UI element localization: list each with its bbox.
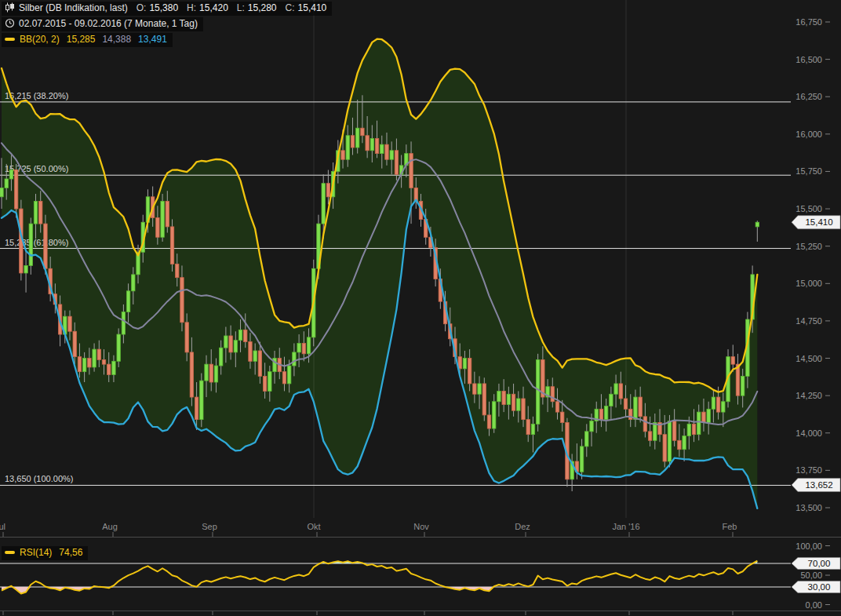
chart-window: 16,215 (38.20%)15,725 (50.00%)15,235 (61… [0, 0, 841, 616]
rsi-axis-label: 100,00 [795, 541, 822, 551]
candle-down [551, 387, 554, 402]
candle-up [24, 265, 27, 273]
candle-up [507, 394, 510, 404]
candle-up [604, 406, 607, 419]
candle-down [468, 359, 471, 384]
candle-up [224, 336, 228, 348]
y-axis-label: 14,000 [795, 428, 822, 438]
candle-down [170, 227, 173, 264]
candle-up [614, 384, 617, 394]
candle-up [122, 312, 125, 334]
candle-down [648, 432, 651, 440]
x-axis-month-label: Dez [515, 522, 530, 531]
y-axis-label: 13,500 [795, 503, 822, 512]
candle-down [663, 435, 666, 461]
candle-down [302, 343, 305, 353]
candle-down [482, 384, 486, 415]
candle-up [0, 188, 3, 196]
bollinger-middle-value: 14,388 [102, 34, 131, 45]
candle-down [375, 139, 378, 154]
date-range-row[interactable]: 02.07.2015 - 09.02.2016 (7 Monate, 1 Tag… [2, 17, 203, 31]
candle-down [39, 202, 42, 224]
rsi-axis-label: 0,00 [806, 600, 822, 610]
candle-up [517, 399, 520, 410]
candle-down [526, 420, 530, 435]
candle-up [687, 424, 690, 436]
y-axis-label: 16,000 [795, 129, 822, 139]
fib-level-label: 13,650 (100.00%) [5, 474, 73, 483]
candle-up [112, 361, 115, 374]
candle-down [351, 136, 354, 148]
x-axis-month-label: Nov [413, 522, 429, 531]
candle-up [214, 366, 217, 382]
candle-down [73, 331, 76, 356]
candle-up [741, 376, 744, 395]
candle-down [522, 399, 525, 420]
bollinger-label: BB(20, 2) [20, 34, 60, 45]
candle-up [205, 364, 208, 381]
candle-down [619, 384, 622, 399]
candle-up [585, 432, 588, 447]
close-value: 15,410 [298, 2, 327, 13]
marked-price-badge-text: 13,652 [805, 480, 832, 490]
rsi-row[interactable]: RSI(14)74,56 [2, 546, 88, 560]
rsi-icon [5, 551, 15, 554]
candle-down [326, 184, 329, 197]
rsi-axis-label: 50,00 [800, 570, 822, 580]
candle-up [536, 359, 539, 424]
candle-up [29, 224, 32, 265]
candle-up [531, 424, 534, 434]
rsi-label: RSI(14) [20, 547, 52, 558]
candle-down [102, 359, 105, 364]
y-axis-label: 15,000 [795, 279, 822, 288]
candle-down [410, 154, 413, 188]
candle-up [478, 384, 481, 394]
candle-up [126, 291, 129, 312]
instrument-row[interactable]: Silber (DB Indikation, last)O:15,380H:15… [2, 2, 332, 16]
price-chart-canvas[interactable]: 16,215 (38.20%)15,725 (50.00%)15,235 (61… [0, 0, 841, 616]
candle-down [78, 357, 81, 372]
candlestick-icon [5, 2, 15, 13]
rsi-value: 74,56 [59, 547, 82, 558]
bollinger-band-fill [2, 39, 757, 508]
candle-up [9, 170, 13, 179]
candle-down [185, 323, 188, 352]
y-axis-label: 13,750 [795, 465, 822, 475]
candle-up [370, 139, 373, 151]
candle-down [341, 151, 344, 159]
candle-up [117, 334, 120, 361]
candle-down [731, 357, 734, 365]
candle-down [736, 364, 739, 395]
bollinger-upper-value: 15,285 [67, 34, 96, 45]
candle-down [561, 412, 564, 422]
candle-down [385, 144, 388, 159]
candle-down [716, 397, 719, 412]
bollinger-icon [5, 38, 15, 41]
candle-down [361, 128, 364, 136]
fib-level-label: 16,215 (38.20%) [5, 91, 68, 100]
candle-down [263, 376, 266, 391]
last-price-badge-text: 15,410 [805, 217, 832, 227]
candle-up [5, 179, 8, 188]
candle-up [683, 436, 686, 450]
candle-up [234, 341, 237, 352]
candle-down [190, 352, 193, 397]
candle-down [639, 397, 642, 417]
low-value: 15,280 [248, 2, 277, 13]
candle-up [390, 151, 393, 159]
candle-down [555, 402, 559, 412]
candle-up [268, 372, 271, 392]
candle-down [68, 316, 71, 331]
close-label: C: [286, 2, 295, 13]
candle-up [580, 447, 583, 472]
candle-up [755, 222, 759, 227]
candle-down [629, 409, 632, 419]
bollinger-row[interactable]: BB(20, 2)15,28514,38813,491 [2, 33, 173, 47]
fib-level-label: 15,235 (61.80%) [5, 238, 68, 247]
candle-up [590, 421, 593, 432]
candle-down [180, 278, 184, 323]
candle-up [463, 359, 466, 369]
candle-up [668, 421, 671, 461]
candle-down [244, 330, 247, 341]
y-axis-label: 14,250 [795, 391, 822, 400]
